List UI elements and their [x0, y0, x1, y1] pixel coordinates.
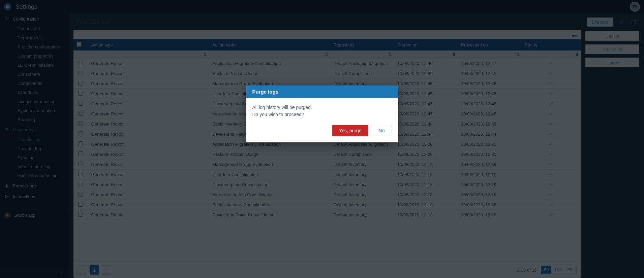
no-button[interactable]: No	[372, 125, 392, 136]
modal-text-line2: Do you wish to proceed?	[252, 111, 392, 118]
modal-overlay[interactable]: Purge logs All log history will be purge…	[0, 0, 644, 278]
modal-body: All log history will be purged. Do you w…	[246, 98, 398, 120]
modal-title: Purge logs	[246, 85, 398, 98]
purge-logs-modal: Purge logs All log history will be purge…	[246, 85, 398, 142]
modal-text-line1: All log history will be purged.	[252, 104, 392, 111]
yes-purge-button[interactable]: Yes, purge	[332, 125, 368, 136]
